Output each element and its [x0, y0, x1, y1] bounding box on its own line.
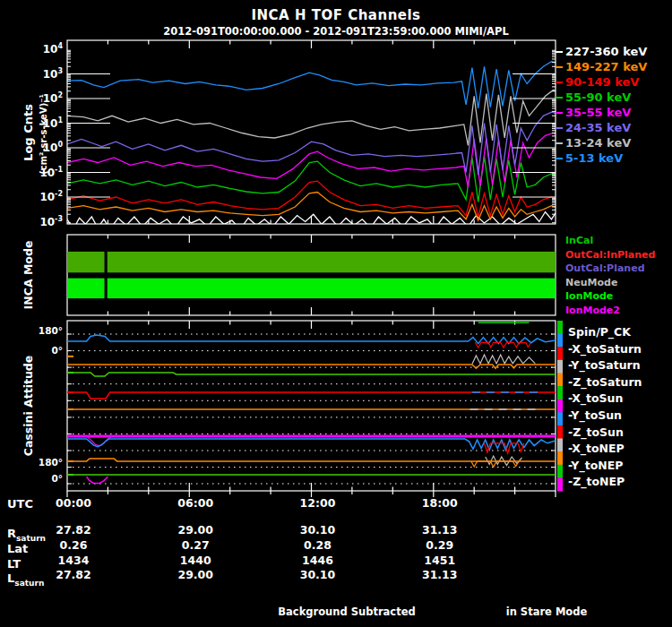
flux-y-tick-10e0: 100	[23, 141, 63, 154]
mode-panel-label: INCA Mode	[22, 241, 35, 310]
attitude-series-magenta-dip	[87, 477, 108, 483]
attitude-series-red-zigzag-upper	[475, 342, 530, 348]
legend-item-5-13keV: 5-13 keV	[565, 152, 623, 165]
attitude-series-green-line-1	[67, 373, 556, 376]
mode-legend-item-IonMode2: IonMode2	[565, 305, 620, 316]
flux-y-tick-10e1: 101	[23, 116, 63, 130]
utc-tick-1200: 12:00	[293, 496, 343, 510]
attitude-edge-block	[557, 399, 563, 413]
attitude-edge-block	[557, 465, 563, 478]
flux-y-tick-10e-1: 10-1	[23, 166, 63, 179]
attitude-series-red-line-1	[67, 392, 556, 399]
attitude-series-magenta-blob	[88, 437, 111, 446]
table-cell: 30.10	[289, 523, 347, 537]
attitude-y-tick: 0°	[27, 345, 63, 356]
legend-item-24-35keV: 24-35 keV	[565, 122, 631, 134]
attitude-label-ZtoSaturn: -Z_toSaturn	[568, 376, 642, 388]
attitude-series-orange-zigzag-lower	[471, 461, 519, 468]
table-row-label-L: Lsaturn	[7, 571, 44, 585]
attitude-label-ZtoNEP: -Z_toNEP	[568, 476, 625, 487]
attitude-edge-block	[557, 386, 563, 399]
legend-item-90-149keV: 90-149 keV	[565, 76, 639, 89]
utc-tick-1800: 18:00	[415, 496, 465, 510]
attitude-panel-label: Cassini Attitude	[22, 356, 35, 457]
attitude-series-gray-zigzag-upper	[472, 355, 535, 364]
mode-legend-item-NeuMode: NeuMode	[565, 278, 617, 288]
attitude-label-XtoNEP: -X_toNEP	[568, 442, 625, 454]
page-title: INCA H TOF Channels	[0, 7, 672, 23]
attitude-edge-block	[557, 321, 563, 334]
attitude-label-YtoSun: -Y_toSun	[568, 409, 622, 421]
table-cell: 0.29	[411, 538, 469, 552]
mode-bar-upper	[108, 252, 556, 272]
table-cell: 27.82	[45, 523, 102, 537]
flux-y-tick-10e-3: 10-3	[23, 215, 63, 228]
flux-y-tick-10e3: 103	[23, 67, 63, 81]
legend-item-13-24keV: 13-24 keV	[565, 137, 631, 150]
attitude-label-YtoSaturn: -Y_toSaturn	[568, 359, 641, 371]
attitude-edge-block	[557, 334, 563, 348]
attitude-y-tick: 180°	[27, 325, 63, 336]
utc-tick-0600: 06:00	[170, 496, 220, 510]
mode-legend-item-OutCalInPlaned: OutCal:InPlaned	[565, 250, 655, 261]
mode-bar-upper	[67, 252, 105, 272]
table-cell: 27.82	[45, 568, 102, 581]
utc-tick-0000: 00:00	[48, 496, 99, 510]
attitude-label-ZtoSun: -Z_toSun	[568, 426, 624, 438]
inca-plot-screen: INCA H TOF Channels 2012-091T00:00:00.00…	[0, 0, 672, 627]
table-cell: 31.13	[411, 568, 469, 581]
table-cell: 1434	[45, 554, 102, 567]
attitude-label-YtoNEP: -Y_toNEP	[568, 460, 623, 471]
attitude-label-SpinPCK: Spin/P_CK	[568, 326, 631, 338]
flux-y-tick-10e4: 104	[23, 42, 63, 56]
mode-legend-item-IonMode: IonMode	[565, 291, 613, 302]
table-cell: 1446	[289, 554, 347, 567]
flux-y-tick-10e2: 102	[23, 91, 63, 105]
legend-item-149-227keV: 149-227 keV	[565, 61, 647, 73]
legend-item-35-55keV: 35-55 keV	[565, 107, 631, 119]
attitude-edge-block	[557, 347, 563, 360]
attitude-series-blue-lower	[67, 439, 556, 450]
table-cell: 0.28	[289, 538, 347, 552]
legend-item-227-360keV: 227-360 keV	[565, 46, 647, 58]
mode-legend-item-OutCalPlaned: OutCal:Planed	[565, 263, 645, 274]
attitude-edge-block	[557, 451, 563, 465]
attitude-label-XtoSun: -X_toSun	[568, 392, 623, 404]
table-cell: 0.27	[167, 538, 224, 552]
flux-y-tick-10e-2: 10-2	[23, 190, 63, 203]
attitude-edge-block	[557, 477, 563, 491]
table-cell: 1451	[411, 554, 469, 567]
legend-item-55-90keV: 55-90 keV	[565, 91, 631, 104]
table-row-label-R: Rsaturn	[7, 527, 46, 540]
time-range-subtitle: 2012-091T00:00:00.000 - 2012-091T23:59:0…	[0, 25, 672, 38]
table-row-label-Lat: Lat	[7, 542, 28, 555]
table-row-label-LT: LT	[7, 557, 21, 571]
attitude-edge-block	[557, 425, 563, 439]
attitude-edge-block	[557, 439, 563, 452]
table-cell: 31.13	[411, 523, 469, 537]
footer-stare-mode: in Stare Mode	[484, 606, 609, 618]
flux-y-axis-units: (cm²-sr-s-keV)⁻¹	[39, 94, 48, 175]
utc-axis-label: UTC	[7, 497, 33, 511]
flux-series-5-13keV	[67, 62, 556, 108]
mode-legend-item-InCal: InCal	[565, 236, 593, 246]
footer-background-subtracted: Background Subtracted	[257, 606, 436, 618]
attitude-edge-block	[557, 360, 563, 374]
table-cell: 30.10	[289, 568, 347, 581]
table-cell: 1440	[167, 554, 224, 567]
table-cell: 29.00	[167, 568, 224, 581]
table-cell: 29.00	[167, 523, 224, 537]
table-cell: 0.26	[45, 538, 102, 552]
attitude-label-XtoSaturn: -X_toSaturn	[568, 343, 642, 355]
attitude-edge-block	[557, 412, 563, 425]
attitude-y-tick: 180°	[27, 457, 63, 468]
attitude-edge-block	[557, 373, 563, 386]
mode-bar-lower	[108, 279, 556, 299]
attitude-y-tick: 0°	[27, 473, 63, 484]
mode-bar-lower	[67, 279, 105, 299]
